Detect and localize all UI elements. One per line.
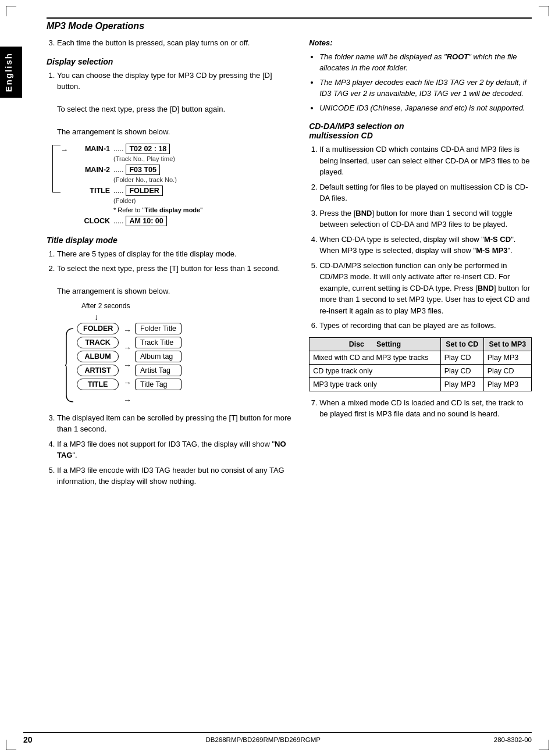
table-row: MP3 type track only Play MP3 Play MP3 — [309, 377, 532, 391]
cd-da-item7: When a mixed mode CD is loaded and CD is… — [319, 397, 532, 420]
td-mixed: Mixed with CD and MP3 type tracks — [309, 351, 441, 364]
page-number: 20 — [23, 735, 33, 744]
title-diag-rows: FOLDER TRACK ALBUM ARTIST TITLE → → → → — [64, 323, 291, 408]
language-label: English — [0, 47, 22, 98]
title-display-heading: Title display mode — [47, 236, 291, 245]
td-folder-left: FOLDER — [77, 323, 119, 334]
th-set-mp3: Set to MP3 — [483, 337, 531, 351]
cd-da-list-7: When a mixed mode CD is loaded and CD is… — [309, 397, 532, 420]
th-disc: Disc Setting — [309, 337, 441, 351]
diag-clock-label: CLOCK — [69, 217, 110, 225]
diag-main2-value: F03 T05 — [126, 165, 160, 175]
model-number: DB268RMP/BD269RMP/BD269RGMP — [205, 736, 321, 743]
display-selection-item1: You can choose the display type for MP3 … — [57, 70, 291, 138]
arrow5: → — [123, 393, 131, 408]
diag-title-sub: (Folder) — [113, 197, 291, 204]
td-cd-only: CD type track only — [309, 364, 441, 377]
table-body: Mixed with CD and MP3 type tracks Play C… — [309, 351, 532, 391]
left-brace-svg — [64, 327, 74, 403]
td-title-right: Title Tag — [135, 379, 182, 390]
arrow4: → — [123, 375, 131, 390]
diag-title-label: TITLE — [69, 187, 110, 195]
diag-main2-label: MAIN-2 — [69, 166, 110, 174]
right-column: Notes: The folder name will be displayed… — [309, 37, 532, 491]
notes-list: The folder name will be displayed as "RO… — [309, 51, 532, 114]
title-display-item3: The displayed item can be scrolled by pr… — [57, 412, 291, 435]
diag-main2-sub: (Folder No., track No.) — [113, 176, 291, 183]
title-display-diagram: After 2 seconds ↓ F — [64, 302, 291, 408]
arrow2: → — [123, 340, 131, 355]
corner-tl — [6, 6, 16, 16]
diag-refer: * Refer to "Title display mode" — [113, 206, 291, 213]
display-selection-heading: Display selection — [47, 57, 291, 66]
after2sec-label: After 2 seconds — [81, 302, 291, 310]
cd-da-item6: Types of recording that can be played ar… — [319, 320, 532, 331]
diag-main1-value: T02 02 : 18 — [126, 144, 170, 154]
td-folder-right: Folder Title — [135, 323, 182, 334]
main-content: MP3 Mode Operations Each time the button… — [47, 17, 532, 491]
td-title-left: TITLE — [77, 379, 119, 390]
corner-br — [539, 740, 549, 750]
diag-main2-row: MAIN-2 ..... F03 T05 — [69, 165, 291, 175]
td-album-right: Album tag — [135, 351, 182, 362]
title-display-item2: To select the next type, press the [T] b… — [57, 263, 291, 297]
cd-da-item3: Press the [BND] button for more than 1 s… — [319, 208, 532, 230]
title-display-items-3-5: The displayed item can be scrolled by pr… — [47, 412, 291, 487]
cd-da-item2: Default setting for files to be played o… — [319, 181, 532, 204]
td-mp3-only: MP3 type track only — [309, 377, 441, 391]
table-header: Disc Setting Set to CD Set to MP3 — [309, 337, 532, 351]
cd-da-section: CD-DA/MP3 selection onmultisession CD If… — [309, 122, 532, 420]
diag-title-row: TITLE ..... FOLDER — [69, 186, 291, 196]
cd-da-item4: When CD-DA type is selected, display wil… — [319, 234, 532, 256]
table-header-row: Disc Setting Set to CD Set to MP3 — [309, 337, 532, 351]
cd-da-heading: CD-DA/MP3 selection onmultisession CD — [309, 122, 532, 140]
td-mp3-only-mp3: Play MP3 — [483, 377, 531, 391]
scan-play-list: Each time the button is pressed, scan pl… — [47, 37, 291, 49]
note-item-1: The folder name will be displayed as "RO… — [319, 51, 532, 74]
page: English MP3 Mode Operations Each time th… — [0, 0, 555, 756]
note-item-2: The MP3 player decodes each file ID3 TAG… — [319, 77, 532, 99]
display-diagram: → MAIN-1 ..... T02 02 : 18 (Track No., P… — [52, 144, 291, 227]
bottom-bar: 20 DB268RMP/BD269RMP/BD269RGMP 280-8302-… — [23, 732, 532, 744]
td-track-right: Track Title — [135, 337, 182, 348]
cd-da-list: If a multisession CD which contains CD-D… — [309, 144, 532, 331]
th-set-cd: Set to CD — [440, 337, 483, 351]
two-column-layout: Each time the button is pressed, scan pl… — [47, 37, 532, 491]
diag-main1-sub: (Track No., Play time) — [113, 155, 291, 162]
left-column: Each time the button is pressed, scan pl… — [47, 37, 291, 491]
diag-main1-row: MAIN-1 ..... T02 02 : 18 — [69, 144, 291, 154]
title-display-item5: If a MP3 file encode with ID3 TAG header… — [57, 465, 291, 487]
corner-tr — [539, 6, 549, 16]
page-title: MP3 Mode Operations — [47, 21, 144, 31]
td-track-left: TRACK — [77, 337, 119, 348]
scan-play-item: Each time the button is pressed, scan pl… — [57, 37, 291, 49]
td-cd-only-cd: Play CD — [440, 364, 483, 377]
diag-main1-label: MAIN-1 — [69, 145, 110, 153]
cd-da-item5: CD-DA/MP3 selection function can only be… — [319, 260, 532, 317]
note-item-3: UNICODE ID3 (Chinese, Japanese and etc) … — [319, 102, 532, 114]
doc-number: 280-8302-00 — [494, 736, 532, 743]
cd-da-item1: If a multisession CD which contains CD-D… — [319, 144, 532, 178]
recording-table: Disc Setting Set to CD Set to MP3 Mixed … — [309, 337, 532, 391]
arrow3: → — [123, 358, 131, 373]
display-selection-list: You can choose the display type for MP3 … — [47, 70, 291, 138]
td-mixed-cd: Play CD — [440, 351, 483, 364]
diag-clock-value: AM 10: 00 — [126, 216, 166, 226]
notes-heading: Notes: — [309, 37, 532, 49]
corner-bl — [6, 740, 16, 750]
td-mixed-mp3: Play MP3 — [483, 351, 531, 364]
arrow1: → — [123, 323, 131, 338]
title-display-item4: If a MP3 file does not support for ID3 T… — [57, 438, 291, 461]
diag-clock-row: CLOCK ..... AM 10: 00 — [69, 216, 291, 226]
td-cd-only-mp3: Play CD — [483, 364, 531, 377]
title-display-list: There are 5 types of display for the tit… — [47, 248, 291, 297]
td-mp3-only-cd: Play MP3 — [440, 377, 483, 391]
diag-title-value: FOLDER — [126, 186, 162, 196]
td-artist-left: ARTIST — [77, 365, 119, 376]
table-row: CD type track only Play CD Play CD — [309, 364, 532, 377]
table-row: Mixed with CD and MP3 type tracks Play C… — [309, 351, 532, 364]
page-title-bar: MP3 Mode Operations — [47, 17, 532, 31]
td-artist-right: Artist Tag — [135, 365, 182, 376]
td-album-left: ALBUM — [77, 351, 119, 362]
title-display-item1: There are 5 types of display for the tit… — [57, 248, 291, 260]
